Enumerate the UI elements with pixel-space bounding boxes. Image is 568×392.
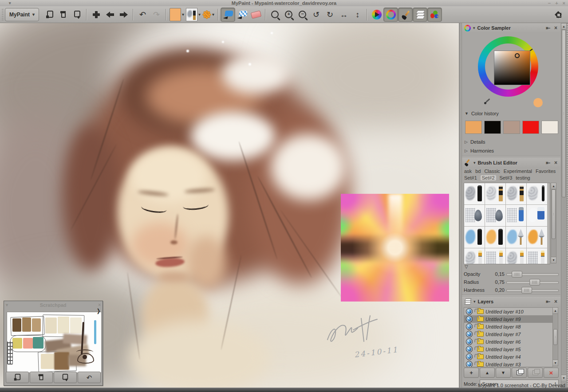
harmonies-expander[interactable]: ▷ Harmonies xyxy=(462,146,560,155)
scratchpad-titlebar[interactable]: ▾ Scratchpad × xyxy=(4,301,103,309)
brush-item[interactable] xyxy=(464,248,485,264)
color-history-expander[interactable]: ▼ Color history xyxy=(462,109,560,118)
window-menu-icon[interactable]: ▾ xyxy=(9,0,11,6)
visibility-eye-icon[interactable] xyxy=(466,331,473,337)
lock-icon[interactable] xyxy=(474,324,479,327)
layers-toggle[interactable] xyxy=(413,8,427,22)
brush-group-tab[interactable]: ask xyxy=(464,169,472,174)
brush-group-tab[interactable]: Classic xyxy=(484,169,500,174)
scrollbar-thumb[interactable] xyxy=(552,189,556,239)
brush-item[interactable] xyxy=(506,183,526,204)
delete-layer-button[interactable]: × xyxy=(544,368,559,378)
layer-row[interactable]: Untitled layer #5 xyxy=(464,345,552,353)
eyedropper-icon[interactable] xyxy=(484,98,491,105)
brush-selector-button[interactable]: ▾ xyxy=(186,8,201,21)
zoom-in-button[interactable]: + xyxy=(282,8,296,21)
visibility-eye-icon[interactable] xyxy=(466,361,473,367)
close-button[interactable]: × xyxy=(563,0,565,6)
minimize-button[interactable]: − xyxy=(548,0,551,6)
raise-layer-button[interactable]: ▲ xyxy=(480,368,495,378)
brush-group-tab[interactable]: Favorites xyxy=(536,169,556,174)
details-expander[interactable]: ▷ Details xyxy=(462,137,560,146)
saturation-value-square[interactable] xyxy=(494,51,530,85)
undo-button[interactable]: ↶ xyxy=(136,8,150,21)
history-color-swatch[interactable] xyxy=(503,121,520,134)
history-color-swatch[interactable] xyxy=(541,121,558,134)
open-document-button[interactable] xyxy=(56,8,70,21)
layer-row[interactable]: Untitled layer #7 xyxy=(464,330,552,338)
slider[interactable] xyxy=(506,279,559,285)
brush-list-editor-header[interactable]: ▾ Brush List Editor ⇤ × xyxy=(462,158,560,168)
layer-row[interactable]: Untitled layer #6 xyxy=(464,338,552,345)
brush-group-tab[interactable]: Set#3 xyxy=(500,175,513,180)
scratchpad-close-icon[interactable]: × xyxy=(98,302,101,307)
panel-close-icon[interactable]: × xyxy=(553,298,558,305)
brush-settings-expander[interactable]: ▽ xyxy=(462,263,560,270)
scratchpad-save-button[interactable] xyxy=(54,372,77,383)
brush-item[interactable] xyxy=(485,205,505,226)
dock-snap-icon[interactable]: ⇤ xyxy=(545,25,551,31)
scratchpad-expand-arrow[interactable]: ❭ xyxy=(96,308,101,314)
eraser-mode-button[interactable] xyxy=(249,8,263,21)
brush-group-tab[interactable]: testing xyxy=(516,175,530,180)
brush-group-tab[interactable]: bd xyxy=(475,169,481,174)
brush-item[interactable] xyxy=(506,205,526,226)
lock-icon[interactable] xyxy=(474,354,479,357)
redo-button[interactable]: ↷ xyxy=(150,8,163,21)
chevron-down-icon[interactable]: ▾ xyxy=(473,26,475,30)
brush-item[interactable] xyxy=(485,227,505,248)
brush-grid-scrollbar[interactable]: ▴ ▾ xyxy=(551,183,556,263)
toolbar-grip[interactable] xyxy=(2,9,4,20)
blend-mode-button[interactable]: ▾ xyxy=(202,10,214,19)
new-document-button[interactable] xyxy=(43,8,56,21)
next-button[interactable] xyxy=(117,8,130,21)
chevron-down-icon[interactable]: ▾ xyxy=(473,161,476,165)
chevron-down-icon[interactable]: ▾ xyxy=(473,299,476,304)
lock-icon[interactable] xyxy=(474,346,479,350)
scroll-up-icon[interactable]: ▴ xyxy=(561,24,566,30)
slider-handle[interactable] xyxy=(512,271,522,278)
flip-horizontal-button[interactable]: ↔ xyxy=(337,8,351,21)
scroll-down-icon[interactable]: ▾ xyxy=(553,360,558,366)
lock-icon[interactable] xyxy=(474,316,479,320)
layer-list-scrollbar[interactable]: ▴ ▾ xyxy=(552,307,558,366)
scratchpad-canvas[interactable] xyxy=(7,312,102,373)
brush-item[interactable] xyxy=(527,205,547,226)
layer-row[interactable]: Untitled layer #10 xyxy=(464,308,552,315)
slider-track[interactable] xyxy=(506,289,559,292)
layers-header[interactable]: ▾ Layers ⇤ × xyxy=(462,297,560,306)
layer-row[interactable]: Untitled layer #4 xyxy=(464,353,552,361)
scrollbar-thumb[interactable] xyxy=(553,329,557,345)
zoom-tool-button[interactable] xyxy=(268,8,282,21)
dock-snap-icon[interactable]: ⇤ xyxy=(545,160,551,166)
brush-list-toggle[interactable] xyxy=(398,8,413,22)
lower-layer-button[interactable]: ▼ xyxy=(496,368,511,378)
duplicate-layer-button[interactable] xyxy=(512,368,527,378)
palette-toggle[interactable] xyxy=(427,8,442,22)
color-sampler-header[interactable]: ▾ Color Sampler ⇤ × xyxy=(462,23,560,33)
layer-row[interactable]: Untitled layer #8 xyxy=(464,323,552,330)
scratchpad-open-button[interactable] xyxy=(30,372,53,383)
panel-close-icon[interactable]: × xyxy=(553,25,558,31)
history-color-swatch[interactable] xyxy=(484,121,501,134)
dock-scrollbar[interactable]: ▴ ▾ xyxy=(561,23,567,388)
brush-group-tab[interactable]: Set#1 xyxy=(464,175,477,180)
brush-group-tab[interactable]: Experimental xyxy=(504,169,532,174)
save-document-button[interactable] xyxy=(70,8,84,21)
scroll-down-icon[interactable]: ▾ xyxy=(561,375,566,381)
brush-item[interactable] xyxy=(527,227,547,248)
brush-item[interactable] xyxy=(506,248,526,264)
brush-item[interactable] xyxy=(464,183,485,204)
lock-icon[interactable] xyxy=(474,309,479,312)
maximize-button[interactable]: + xyxy=(555,0,558,6)
layer-row[interactable]: Untitled layer #3 xyxy=(464,361,552,367)
brush-item[interactable] xyxy=(464,227,485,248)
visibility-eye-icon[interactable] xyxy=(466,353,473,360)
panel-close-icon[interactable]: × xyxy=(553,160,558,166)
lock-icon[interactable] xyxy=(474,331,479,335)
pan-view-icon[interactable] xyxy=(554,10,563,19)
brush-item[interactable] xyxy=(527,248,547,264)
slider[interactable] xyxy=(506,271,559,277)
scrollbar-thumb[interactable] xyxy=(562,30,566,197)
color-triangle-toggle[interactable] xyxy=(370,8,383,21)
